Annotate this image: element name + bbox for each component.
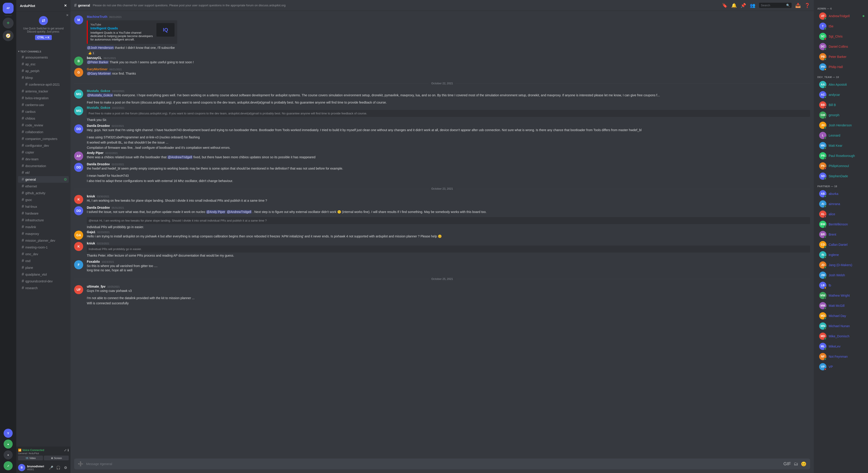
help-icon[interactable]: ❓ (804, 3, 810, 8)
member-item[interactable]: BB Bill B (815, 100, 866, 110)
nav-icon-2[interactable]: ● (4, 440, 13, 449)
close-quick-switcher[interactable]: ✕ (66, 13, 69, 17)
member-item[interactable]: BW BenWilkinson (815, 219, 866, 229)
channel-item-companion_computers[interactable]: #companion_computers (18, 136, 69, 142)
member-item[interactable]: AC andycar (815, 90, 866, 100)
channel-item-research[interactable]: #research (18, 285, 69, 291)
channel-item-canbus[interactable]: #canbus (18, 108, 69, 115)
channel-item-infrastructure[interactable]: #infrastructure (18, 217, 69, 224)
member-item[interactable]: LB lb (815, 280, 866, 290)
channel-item-quadplane_vtol[interactable]: #quadplane_vtol (18, 271, 69, 278)
channel-item-mavlink[interactable]: #mavlink (18, 224, 69, 230)
nav-icon-3[interactable]: + (4, 450, 13, 460)
member-item[interactable]: MD Michael Day (815, 311, 866, 321)
channel-item-bvlos-integration[interactable]: #bvlos-integration (18, 95, 69, 101)
channel-item-qgroundcontrol-dev[interactable]: #qgroundcontrol-dev (18, 278, 69, 285)
member-item[interactable]: NF Not Feynman (815, 352, 866, 361)
server-icon-explore[interactable]: 🧭 (3, 30, 13, 41)
member-item[interactable]: JH Josh Henderson (815, 120, 866, 130)
channel-item-antenna_tracker[interactable]: #antenna_tracker (18, 88, 69, 94)
gif-icon[interactable]: GIF (783, 461, 791, 467)
channel-item-ap_esc[interactable]: #ap_esc (18, 61, 69, 67)
channel-item-mission_planner_dev[interactable]: #mission_planner_dev (18, 237, 69, 244)
reaction[interactable]: 👍 1 (87, 51, 96, 55)
member-item[interactable]: IN inglene (815, 250, 866, 260)
add-file-icon[interactable]: ➕ (78, 461, 84, 467)
message-input[interactable]: ➕ Message #general GIF 🗂 😊 (74, 459, 810, 469)
channel-item-configurator_dev[interactable]: #configurator_dev (18, 142, 69, 149)
channel-item-meeting-room-1[interactable]: #meeting-room-1 (18, 244, 69, 250)
member-item[interactable]: CD Callan Daniel (815, 240, 866, 249)
channel-item-ap_periph[interactable]: #ap_periph (18, 68, 69, 74)
settings-button[interactable]: ⚙ (62, 465, 69, 471)
voice-info-icon[interactable]: ℹ (68, 448, 69, 452)
channel-item-conference-april-2021[interactable]: #conference-april-2021 (18, 81, 69, 88)
channel-item-plane[interactable]: #plane (18, 264, 69, 271)
mute-button[interactable]: 🎤 (48, 465, 54, 471)
channel-settings-icon[interactable]: ⚙ (64, 177, 67, 182)
member-item[interactable]: PB Peter Barker (815, 52, 866, 62)
server-name[interactable]: ArduPilot ✕ (16, 0, 70, 11)
member-item[interactable]: AI aimrana (815, 199, 866, 209)
server-icon-add[interactable]: + (3, 18, 13, 29)
member-item[interactable]: SC Sgt_Chris (815, 31, 866, 41)
member-item[interactable]: VP VP (815, 362, 866, 372)
member-item[interactable]: T tSe (815, 21, 866, 31)
members-icon[interactable]: 👥 (750, 3, 755, 8)
channel-item-dev-team[interactable]: #dev-team (18, 156, 69, 162)
channel-item-documentation[interactable]: #documentation (18, 162, 69, 169)
member-item[interactable]: MK Matt Kear (815, 141, 866, 151)
screen-button[interactable]: 🖥 Screen (44, 455, 69, 460)
nav-icon-1[interactable]: Y (4, 429, 13, 438)
member-item[interactable]: MW Mathew Wright (815, 291, 866, 300)
channel-item-omc_dev[interactable]: #omc_dev (18, 251, 69, 257)
channel-item-osd[interactable]: #osd (18, 258, 69, 264)
message-input-field[interactable]: Message #general (86, 462, 781, 466)
member-item[interactable]: GM gmorph (815, 110, 866, 120)
bell-icon[interactable]: 🔔 (731, 3, 737, 8)
channel-item-copter[interactable]: #copter (18, 149, 69, 155)
server-icon-ardupilot[interactable]: AP (3, 3, 13, 13)
channel-item-announcements[interactable]: #announcements (18, 54, 69, 61)
channel-item-code_review[interactable]: #code_review (18, 122, 69, 128)
voice-expand-icon[interactable]: ⤢ (64, 448, 67, 452)
member-item[interactable]: SD StephenDade (815, 171, 866, 181)
channel-item-ekf[interactable]: #ekf (18, 169, 69, 176)
search-bar[interactable]: Search 🔍 (759, 3, 792, 8)
inbox-icon[interactable]: 📥 (795, 3, 801, 8)
deafen-button[interactable]: 🎧 (55, 465, 61, 471)
channel-item-blimp[interactable]: #blimp (18, 75, 69, 81)
quick-switcher-key[interactable]: CTRL + K (35, 35, 52, 40)
member-item[interactable]: PK PhilipKomnoul (815, 161, 866, 171)
thread-icon[interactable]: 🔖 (722, 3, 727, 8)
nav-icon-4[interactable]: ✓ (4, 461, 13, 470)
channel-item-mavproxy[interactable]: #mavproxy (18, 230, 69, 237)
member-item[interactable]: BR Brent (815, 230, 866, 239)
member-item[interactable]: MN Michael Nunan (815, 321, 866, 331)
member-item[interactable]: AT AndrewTridgell (815, 11, 866, 21)
channel-item-gsoc[interactable]: #gsoc (18, 197, 69, 203)
member-item[interactable]: DC Daniel Collins (815, 41, 866, 52)
channel-item-general[interactable]: #general ⚙ (18, 176, 69, 183)
emoji-icon[interactable]: 😊 (801, 461, 807, 467)
member-item[interactable]: L Leonard (815, 130, 866, 140)
member-item[interactable]: JD Jang (D-Makers) (815, 260, 866, 270)
member-item-josh-welsh[interactable]: JW Josh Welsh (815, 270, 866, 280)
channel-item-ethernet[interactable]: #ethernet (18, 183, 69, 189)
member-item[interactable]: AB aburka (815, 189, 866, 199)
member-item[interactable]: PH Philip Hall (815, 62, 866, 72)
video-button[interactable]: 📹 Video (18, 455, 43, 460)
channel-item-collaboration[interactable]: #collaboration (18, 129, 69, 135)
pin-icon[interactable]: 📌 (741, 3, 746, 8)
channel-item-hardware[interactable]: #hardware (18, 210, 69, 216)
member-item[interactable]: AL alice (815, 209, 866, 219)
channel-item-chibios[interactable]: #chibios (18, 115, 69, 122)
channel-item-hal-linux[interactable]: #hal-linux (18, 203, 69, 210)
member-item[interactable]: MD Mike_Domisch (815, 331, 866, 341)
channel-item-github_activity[interactable]: #github_activity (18, 190, 69, 196)
member-item[interactable]: AA Alex Apostoli (815, 80, 866, 90)
member-item[interactable]: MM Matt McGill (815, 301, 866, 311)
text-channels-category[interactable]: ▾ TEXT CHANNELS (16, 46, 70, 54)
member-item[interactable]: PR Paul Roseborough (815, 151, 866, 161)
sticker-icon[interactable]: 🗂 (794, 461, 798, 467)
